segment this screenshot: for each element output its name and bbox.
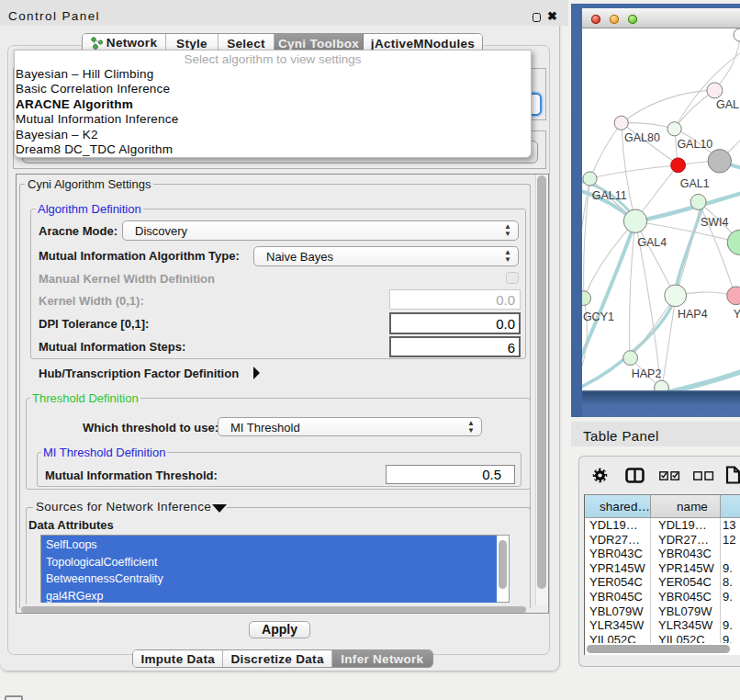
svg-text:GAL: GAL <box>716 98 739 111</box>
svg-text:GAL4: GAL4 <box>637 236 667 249</box>
svg-text:HAP2: HAP2 <box>632 367 662 380</box>
svg-text:GAL1: GAL1 <box>680 177 710 190</box>
svg-text:HAP4: HAP4 <box>678 308 708 321</box>
svg-text:GAL80: GAL80 <box>624 131 660 144</box>
svg-text:GCY1: GCY1 <box>583 310 614 323</box>
svg-text:GAL10: GAL10 <box>677 138 712 151</box>
svg-text:GAL11: GAL11 <box>592 189 627 202</box>
svg-text:Y: Y <box>734 308 740 321</box>
svg-text:SWI4: SWI4 <box>701 216 729 229</box>
